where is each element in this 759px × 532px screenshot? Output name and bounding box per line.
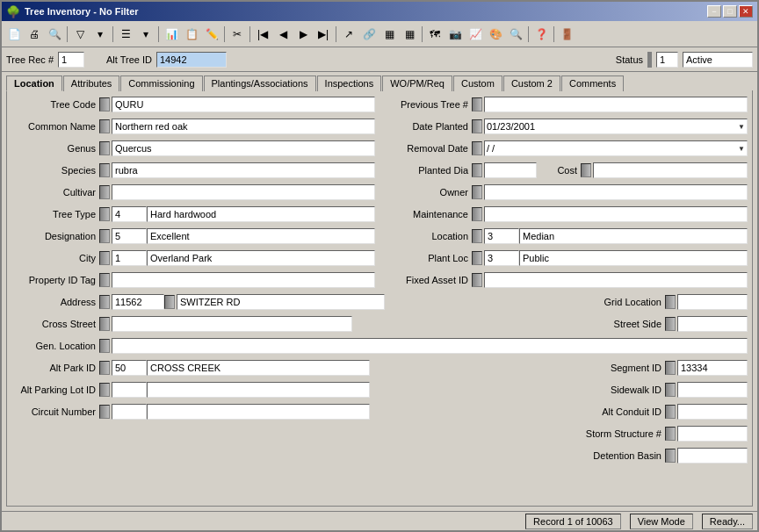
close-button[interactable]: ✕ bbox=[739, 5, 753, 18]
segment-id-field[interactable] bbox=[677, 360, 748, 376]
prev-button[interactable]: ◀ bbox=[273, 25, 293, 44]
magnify-button[interactable]: 🔍 bbox=[506, 25, 525, 44]
tree-type-num[interactable] bbox=[112, 206, 147, 222]
filter-dropdown[interactable]: ▾ bbox=[90, 25, 110, 44]
maximize-button[interactable]: □ bbox=[723, 5, 737, 18]
owner-field[interactable] bbox=[484, 184, 748, 200]
designation-num[interactable] bbox=[112, 228, 147, 244]
species-field[interactable] bbox=[112, 162, 375, 178]
tree-type-sep bbox=[99, 207, 110, 221]
property-id-field[interactable] bbox=[112, 272, 375, 288]
next-last-button[interactable]: ▶| bbox=[314, 25, 333, 44]
alt-parking-num-field[interactable] bbox=[112, 382, 147, 398]
report-button[interactable]: 📊 bbox=[162, 25, 181, 44]
alt-parking-name-field[interactable] bbox=[147, 382, 370, 398]
tab-plantings[interactable]: Plantings/Associations bbox=[204, 75, 316, 91]
grid-location-field[interactable] bbox=[677, 294, 748, 310]
tab-custom2[interactable]: Custom 2 bbox=[503, 75, 560, 91]
designation-field[interactable] bbox=[147, 228, 375, 244]
genus-field[interactable] bbox=[112, 140, 375, 156]
search-button[interactable]: 🔍 bbox=[45, 25, 64, 44]
status-sep bbox=[647, 52, 652, 68]
alt-tree-id-field[interactable] bbox=[156, 52, 227, 68]
address-num-field[interactable] bbox=[112, 294, 164, 310]
plant-loc-num[interactable] bbox=[484, 250, 519, 266]
minimize-button[interactable]: − bbox=[707, 5, 721, 18]
chart-button[interactable]: 📈 bbox=[466, 25, 485, 44]
new-button[interactable]: 📄 bbox=[4, 25, 24, 44]
genus-row: Genus bbox=[11, 139, 375, 158]
map-button[interactable]: 🗺 bbox=[425, 25, 445, 44]
cross-street-label: Cross Street bbox=[11, 319, 99, 329]
city-field[interactable] bbox=[147, 250, 375, 266]
detention-field[interactable] bbox=[677, 448, 748, 464]
maintenance-sep bbox=[472, 207, 482, 221]
city-label: City bbox=[11, 253, 99, 263]
street-side-field[interactable] bbox=[677, 316, 748, 332]
tab-location[interactable]: Location bbox=[6, 75, 62, 91]
cultivar-field[interactable] bbox=[112, 184, 375, 200]
edit-button[interactable]: ✏️ bbox=[202, 25, 221, 44]
tree-rec-field[interactable] bbox=[58, 52, 84, 68]
status-num-field[interactable] bbox=[656, 52, 678, 68]
prev-tree-label: Previous Tree # bbox=[384, 99, 472, 110]
grid2-button[interactable]: ▦ bbox=[400, 25, 419, 44]
tree-code-row: Tree Code bbox=[11, 95, 375, 114]
alt-park-name-field[interactable] bbox=[147, 360, 370, 376]
tab-inspections[interactable]: Inspections bbox=[317, 75, 382, 91]
record-info-panel: Record 1 of 10063 bbox=[525, 514, 621, 529]
status-label: Status bbox=[616, 54, 643, 65]
common-name-field[interactable] bbox=[112, 119, 375, 134]
date-planted-combo[interactable]: 01/23/2001 ▼ bbox=[484, 119, 748, 134]
list-dropdown[interactable]: ▾ bbox=[136, 25, 155, 44]
alt-conduit-field[interactable] bbox=[677, 404, 748, 420]
exit-button[interactable]: 🚪 bbox=[557, 25, 576, 44]
storm-field[interactable] bbox=[677, 426, 748, 442]
alt-park-num-field[interactable] bbox=[112, 360, 147, 376]
link-button[interactable]: 🔗 bbox=[359, 25, 379, 44]
scissors-button[interactable]: ✂ bbox=[228, 25, 247, 44]
form-button[interactable]: 📋 bbox=[182, 25, 201, 44]
grid1-button[interactable]: ▦ bbox=[380, 25, 399, 44]
tab-commissioning[interactable]: Commissioning bbox=[120, 75, 202, 91]
list-button[interactable]: ☰ bbox=[116, 25, 135, 44]
plant-loc-field[interactable] bbox=[519, 250, 748, 266]
sidewalk-id-field[interactable] bbox=[677, 382, 748, 398]
address-street-field[interactable] bbox=[177, 294, 385, 310]
cost-field[interactable] bbox=[593, 162, 748, 178]
circuit-num-field[interactable] bbox=[112, 404, 147, 420]
photo-button[interactable]: 📷 bbox=[445, 25, 465, 44]
toolbar-sep-7 bbox=[422, 26, 423, 42]
gen-location-field[interactable] bbox=[112, 338, 748, 354]
tab-wo[interactable]: WO/PM/Req bbox=[382, 75, 452, 91]
date-planted-sep bbox=[472, 119, 482, 133]
maintenance-field[interactable] bbox=[484, 206, 748, 222]
location-num[interactable] bbox=[484, 228, 519, 244]
tab-comments[interactable]: Comments bbox=[561, 75, 624, 91]
print-button[interactable]: 🖨 bbox=[25, 25, 44, 44]
storm-sep bbox=[665, 427, 676, 441]
gen-location-row: Gen. Location bbox=[11, 336, 748, 356]
color-button[interactable]: 🎨 bbox=[486, 25, 505, 44]
removal-date-combo[interactable]: / / ▼ bbox=[484, 140, 748, 156]
filter-button[interactable]: ▽ bbox=[70, 25, 90, 44]
date-planted-label: Date Planted bbox=[384, 121, 472, 132]
status-value-field[interactable] bbox=[683, 52, 753, 68]
fixed-asset-field[interactable] bbox=[484, 272, 748, 288]
help-button[interactable]: ❓ bbox=[531, 25, 551, 44]
alt-tree-id-label: Alt Tree ID bbox=[106, 54, 152, 65]
next-button[interactable]: ▶ bbox=[293, 25, 313, 44]
prev-tree-field[interactable] bbox=[484, 97, 748, 112]
planted-dia-field[interactable] bbox=[484, 162, 537, 178]
cross-street-field[interactable] bbox=[112, 316, 352, 332]
location-field[interactable] bbox=[519, 228, 748, 244]
prev-first-button[interactable]: |◀ bbox=[253, 25, 272, 44]
city-num[interactable] bbox=[112, 250, 147, 266]
tab-custom[interactable]: Custom bbox=[453, 75, 502, 91]
tab-attributes[interactable]: Attributes bbox=[63, 75, 119, 91]
jump-button[interactable]: ↗ bbox=[339, 25, 358, 44]
tree-type-field[interactable] bbox=[147, 206, 375, 222]
circuit-name-field[interactable] bbox=[147, 404, 370, 420]
removal-date-label: Removal Date bbox=[384, 143, 472, 154]
tree-code-field[interactable] bbox=[112, 97, 375, 112]
